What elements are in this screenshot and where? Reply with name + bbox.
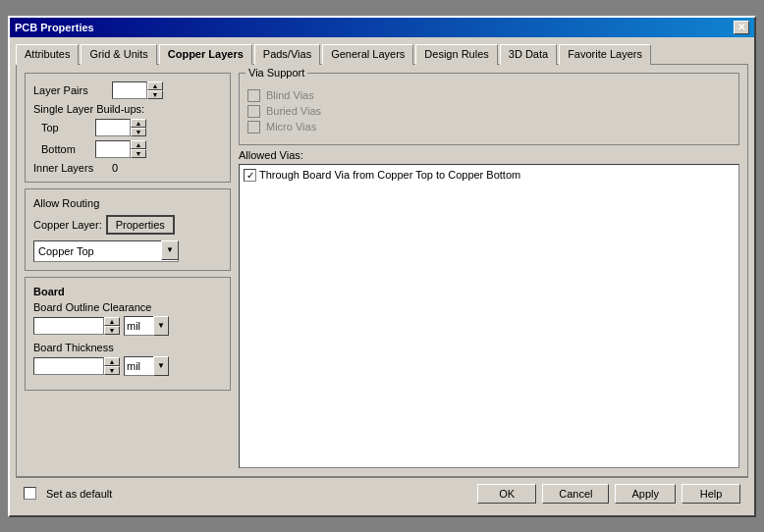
bottom-right: OK Cancel Apply Help	[477, 484, 740, 504]
bottom-spin-buttons: ▲ ▼	[131, 140, 146, 158]
window-title: PCB Properties	[15, 22, 94, 33]
buried-vias-row: Buried Vias	[247, 105, 731, 118]
allow-routing-section: Allow Routing Copper Layer: Properties C…	[25, 188, 231, 271]
ok-button[interactable]: OK	[477, 484, 536, 504]
board-section: Board Board Outline Clearance 10.00000 ▲…	[25, 277, 231, 391]
layer-pairs-label: Layer Pairs	[33, 84, 112, 96]
top-down[interactable]: ▼	[131, 128, 146, 136]
board-outline-spin: ▲ ▼	[104, 317, 120, 335]
window-body: Attributes Grid & Units Copper Layers Pa…	[10, 37, 754, 515]
tab-bar: Attributes Grid & Units Copper Layers Pa…	[16, 43, 748, 64]
through-via-checkbox[interactable]: ✓	[244, 169, 256, 182]
top-row: Top 0 ▲ ▼	[33, 119, 222, 136]
top-up[interactable]: ▲	[131, 119, 146, 128]
board-outline-unit-wrapper: mil mm inch ▼	[124, 316, 169, 336]
board-outline-input[interactable]: 10.00000	[33, 317, 104, 335]
copper-layer-dropdown-wrapper: Copper Top Copper Bottom ▼	[33, 240, 179, 262]
board-thickness-unit-wrapper: mil mm inch ▼	[124, 356, 169, 376]
bottom-input[interactable]: 0	[95, 140, 131, 158]
tab-attributes[interactable]: Attributes	[16, 44, 79, 65]
allowed-vias-label: Allowed Vias:	[239, 149, 739, 161]
bottom-spinbox: 0 ▲ ▼	[95, 140, 146, 158]
allowed-vias-box: ✓ Through Board Via from Copper Top to C…	[239, 164, 739, 468]
copper-layer-select[interactable]: Copper Top Copper Bottom	[33, 240, 179, 262]
set-as-default-label: Set as default	[46, 488, 112, 500]
copper-layer-row: Copper Layer: Properties	[33, 215, 222, 235]
bottom-up[interactable]: ▲	[131, 140, 146, 149]
copper-layer-label: Copper Layer:	[33, 219, 102, 231]
top-spin-buttons: ▲ ▼	[131, 119, 146, 136]
bottom-row: Bottom 0 ▲ ▼	[33, 140, 222, 158]
bottom-left: Set as default	[24, 487, 112, 500]
board-thickness-input[interactable]: 59.00000	[33, 357, 104, 375]
buried-vias-checkbox[interactable]	[247, 105, 260, 118]
layer-pairs-input[interactable]: 1	[112, 81, 147, 99]
tab-favorite-layers[interactable]: Favorite Layers	[559, 44, 651, 65]
board-thickness-row: 59.00000 ▲ ▼ mil mm inch	[33, 356, 222, 376]
board-outline-up[interactable]: ▲	[104, 317, 120, 326]
apply-button[interactable]: Apply	[615, 484, 676, 504]
tab-grid-units[interactable]: Grid & Units	[81, 44, 156, 65]
tab-design-rules[interactable]: Design Rules	[415, 44, 497, 65]
tab-content-copper-layers: Layer Pairs 1 ▲ ▼ Single Layer Build-ups…	[16, 64, 748, 477]
micro-vias-checkbox[interactable]	[247, 121, 260, 133]
tab-copper-layers[interactable]: Copper Layers	[159, 44, 252, 65]
top-input[interactable]: 0	[95, 119, 131, 136]
board-outline-row: 10.00000 ▲ ▼ mil mm inch	[33, 316, 222, 336]
bottom-bar: Set as default OK Cancel Apply Help	[16, 477, 748, 509]
properties-button[interactable]: Properties	[106, 215, 175, 235]
board-thickness-label: Board Thickness	[33, 342, 222, 353]
board-thickness-spin: ▲ ▼	[104, 357, 120, 375]
board-thickness-unit-select[interactable]: mil mm inch	[124, 356, 169, 376]
close-button[interactable]: ✕	[734, 21, 749, 34]
layer-pairs-row: Layer Pairs 1 ▲ ▼	[33, 81, 222, 99]
board-thickness-down[interactable]: ▼	[104, 366, 120, 375]
board-outline-unit-select[interactable]: mil mm inch	[124, 316, 169, 336]
content-row: Layer Pairs 1 ▲ ▼ Single Layer Build-ups…	[25, 73, 739, 468]
via-list-item: ✓ Through Board Via from Copper Top to C…	[244, 169, 735, 182]
tab-general-layers[interactable]: General Layers	[322, 44, 413, 65]
board-outline-label: Board Outline Clearance	[33, 301, 222, 313]
inner-layers-label: Inner Layers	[33, 162, 112, 174]
set-as-default-checkbox[interactable]	[24, 487, 36, 500]
allowed-vias-section: Allowed Vias: ✓ Through Board Via from C…	[239, 149, 739, 468]
through-via-label: Through Board Via from Copper Top to Cop…	[259, 169, 520, 181]
top-spinbox: 0 ▲ ▼	[95, 119, 146, 136]
blind-vias-checkbox[interactable]	[247, 89, 260, 102]
layer-pairs-up[interactable]: ▲	[147, 81, 163, 90]
board-outline-down[interactable]: ▼	[104, 326, 120, 335]
allow-routing-title: Allow Routing	[33, 197, 222, 209]
blind-vias-row: Blind Vias	[247, 89, 731, 102]
board-title: Board	[33, 286, 222, 297]
help-button[interactable]: Help	[682, 484, 740, 504]
tab-pads-vias[interactable]: Pads/Vias	[254, 44, 320, 65]
layer-info-section: Layer Pairs 1 ▲ ▼ Single Layer Build-ups…	[25, 73, 231, 183]
inner-layers-value: 0	[112, 162, 118, 174]
buried-vias-label: Buried Vias	[266, 105, 321, 117]
micro-vias-label: Micro Vias	[266, 121, 316, 133]
bottom-label: Bottom	[41, 143, 95, 155]
blind-vias-label: Blind Vias	[266, 89, 314, 101]
layer-pairs-spin-buttons: ▲ ▼	[147, 81, 163, 99]
bottom-down[interactable]: ▼	[131, 149, 146, 158]
layer-pairs-spinbox: 1 ▲ ▼	[112, 81, 163, 99]
right-panel: Via Support Blind Vias Buried Vias Micro…	[239, 73, 739, 468]
micro-vias-row: Micro Vias	[247, 121, 731, 133]
single-layer-label: Single Layer Build-ups:	[33, 103, 222, 115]
pcb-properties-window: PCB Properties ✕ Attributes Grid & Units…	[8, 16, 756, 517]
tab-3d-data[interactable]: 3D Data	[500, 44, 557, 65]
cancel-button[interactable]: Cancel	[542, 484, 609, 504]
via-support-group: Via Support Blind Vias Buried Vias Micro…	[239, 73, 739, 145]
title-bar: PCB Properties ✕	[10, 18, 754, 37]
inner-layers-row: Inner Layers 0	[33, 162, 222, 174]
top-label: Top	[41, 122, 95, 133]
board-thickness-up[interactable]: ▲	[104, 357, 120, 366]
via-support-title: Via Support	[246, 67, 307, 79]
layer-pairs-down[interactable]: ▼	[147, 90, 163, 99]
left-panel: Layer Pairs 1 ▲ ▼ Single Layer Build-ups…	[25, 73, 231, 468]
